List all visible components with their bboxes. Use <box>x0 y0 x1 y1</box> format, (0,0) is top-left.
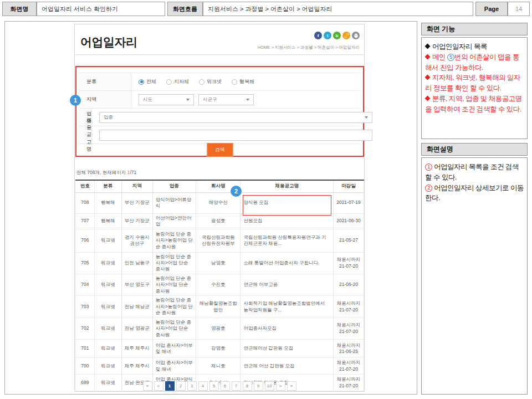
cell-category: 워크넷 <box>94 340 121 358</box>
cell-industry: 농림어업 단순 종사자>농림어업 단순 종사원 <box>152 229 196 252</box>
chevron-down-icon <box>246 99 249 101</box>
cell-company: 영광호 <box>196 318 241 339</box>
industry-select[interactable]: 업종 <box>99 112 372 123</box>
cell-deadline: 채용시까지 21-06-25 <box>333 340 364 358</box>
diamond-bullet-icon <box>425 95 431 101</box>
job-title-link[interactable]: 연근해어선 갑판원 모집 <box>241 340 333 358</box>
page-first-button[interactable]: « <box>143 381 152 391</box>
cell-region: 전남 영광군 <box>121 318 152 339</box>
screen-flow-value: 지원서비스 > 과정별 > 어촌살이 > 어업일자리 <box>203 2 473 16</box>
page-last-button[interactable]: » <box>287 381 296 391</box>
search-button[interactable]: 검색 <box>207 143 233 157</box>
facebook-icon[interactable]: f <box>314 32 322 39</box>
job-title-link[interactable]: 연근해 어부고용 <box>241 274 333 295</box>
radio-icon <box>166 79 172 85</box>
cell-deadline: 채용시까지 21-07-20 <box>333 318 364 339</box>
description-panel: 1어업일자리 목록을 조건 검색할 수 있다. 2어업인일자리 상세보기로 이동… <box>421 157 528 395</box>
posting-name-input[interactable] <box>99 130 372 141</box>
cell-no: 701 <box>76 340 95 358</box>
cell-category: 워크넷 <box>94 229 121 252</box>
job-title-link[interactable]: 소래 통발어선 어업종사자 구합니다. <box>241 252 333 274</box>
cell-no: 708 <box>76 192 95 213</box>
twitter-icon[interactable]: t <box>324 32 331 39</box>
annotation-box-search-form: 분류 전체 지자체 워크넷 행복해 지역 시도 시군구 <box>75 66 364 157</box>
annotation-badge-1: 1 <box>70 95 81 106</box>
page-button-4[interactable]: 4 <box>198 381 208 391</box>
circled-number-1: 1 <box>425 163 432 171</box>
job-title-link[interactable]: 양식원 모집 <box>241 192 333 213</box>
cell-category: 워크넷 <box>94 358 121 375</box>
screenshot-frame: 어업일자리 f t b HOME > 지원서비스 > 과정별 > 어촌살이 > … <box>4 21 417 395</box>
cell-region: 부산 기장군 <box>121 192 152 213</box>
job-list-table: 번호 분류 지역 업종 회사명 채용공고명 마감일 708 행복해 부산 기장군… <box>75 180 364 391</box>
page-title: 어업일자리 <box>80 34 137 50</box>
job-title-link[interactable]: 연근해 어선 갑판원 모집 <box>241 358 333 375</box>
radio-category-local-gov[interactable]: 지자체 <box>166 78 189 85</box>
cell-region: 전남 해남군 <box>121 296 152 318</box>
cell-industry: 양식어업>어류양식 <box>152 192 196 213</box>
cell-category: 행복해 <box>94 213 121 229</box>
cell-company: 강영호 <box>196 340 241 358</box>
page-button-1[interactable]: 1 <box>165 381 175 391</box>
page-button-6[interactable]: 6 <box>221 381 230 391</box>
print-icon[interactable] <box>352 32 360 39</box>
sido-select[interactable]: 시도 <box>139 94 194 105</box>
annotation-badge-2: 2 <box>231 186 242 197</box>
cell-no: 705 <box>76 252 95 274</box>
cell-region: 경기 수원시 권선구 <box>121 229 152 252</box>
table-row: 701 워크넷 제주 제주시 어업 종사자>어부 및 해녀 강영호 연근해어선 … <box>76 340 364 358</box>
table-row: 706 워크넷 경기 수원시 권선구 농림어업 단순 종사자>농림어업 단순 종… <box>76 229 364 252</box>
cell-deadline: 채용시까지 21-07-20 <box>333 358 364 375</box>
link-share-icon[interactable] <box>342 32 350 39</box>
cell-region: 부산 기장군 <box>121 213 152 229</box>
job-title-link[interactable]: 선원모집 <box>241 213 333 229</box>
cell-no: 702 <box>76 318 95 339</box>
radio-category-worknet[interactable]: 워크넷 <box>199 78 222 85</box>
chevron-down-icon <box>186 99 190 101</box>
page-button-9[interactable]: 9 <box>254 381 263 391</box>
cell-company: 광성호 <box>196 213 241 229</box>
page-next-button[interactable]: > <box>276 381 285 391</box>
page-button-2[interactable]: 2 <box>176 381 186 391</box>
page-prev-button[interactable]: < <box>154 381 163 391</box>
page-button-3[interactable]: 3 <box>187 381 197 391</box>
diamond-bullet-icon <box>425 54 431 59</box>
breadcrumb[interactable]: HOME > 지원서비스 > 과정별 > 어촌살이 > 어업일자리 <box>258 45 360 50</box>
cell-region: 인천 남동구 <box>121 252 152 274</box>
cell-industry: 농림어업 단순 종사자>어업 단순 종사원 <box>152 318 196 339</box>
table-row: 704 워크넷 부산 영도구 농림어업 단순 종사자>어업 단순 종사원 수진호… <box>76 274 364 295</box>
feature-item: 지자체, 워크넷, 행복해의 일자리 정보를 확인 할 수 있다. <box>425 73 524 94</box>
cell-industry: 어업 종사자>어부 및 해녀 <box>152 340 196 358</box>
diamond-bullet-icon <box>425 75 431 80</box>
blog-icon[interactable]: b <box>333 32 341 39</box>
circled-number-2: 2 <box>425 185 432 192</box>
radio-category-haengbokhae[interactable]: 행복해 <box>232 78 254 85</box>
cell-industry: 어업 종사자>어부 및 해녀 <box>152 358 196 375</box>
cell-no: 706 <box>76 229 95 252</box>
radio-category-all[interactable]: 전체 <box>139 78 156 85</box>
features-panel-title: 화면 기능 <box>421 23 528 35</box>
col-category: 분류 <box>94 180 121 192</box>
page-button-5[interactable]: 5 <box>209 381 219 391</box>
cell-region: 제주 제주시 <box>121 340 152 358</box>
page-button-8[interactable]: 8 <box>243 381 252 391</box>
cell-category: 워크넷 <box>94 274 121 295</box>
posting-name-label: 채용공고명 <box>79 126 92 144</box>
cell-industry: 농림어업 단순 종사자>어업 단순 종사원 <box>152 274 196 295</box>
page-button-10[interactable]: 10 <box>265 381 274 391</box>
col-no: 번호 <box>76 180 95 192</box>
col-deadline: 마감일 <box>333 180 364 192</box>
sigungu-select[interactable]: 시군구 <box>198 94 254 105</box>
page-button-7[interactable]: 7 <box>232 381 241 391</box>
cell-no: 703 <box>76 296 95 318</box>
diamond-bullet-icon <box>425 44 431 49</box>
job-title-link[interactable]: 국립산림과학원 산림특용자원연구과 기간제근로자 채용... <box>241 229 333 252</box>
page-label: Page <box>475 2 508 16</box>
doc-header-bar: 화면명 어업일자리 서비스 확인하기 화면흐름 지원서비스 > 과정별 > 어촌… <box>2 2 530 16</box>
job-title-link[interactable]: 어업종사자모집 <box>241 318 333 339</box>
job-title-link[interactable]: 사회적기업 해남황칠영농조합법인에서 농작업직원을 구... <box>241 296 333 318</box>
cell-category: 행복해 <box>94 192 121 213</box>
cell-industry: 어선어업>연안어업 <box>152 213 196 229</box>
cell-deadline: 채용시까지 21-07-20 <box>333 296 364 318</box>
table-row: 702 워크넷 전남 영광군 농림어업 단순 종사자>어업 단순 종사원 영광호… <box>76 318 364 339</box>
